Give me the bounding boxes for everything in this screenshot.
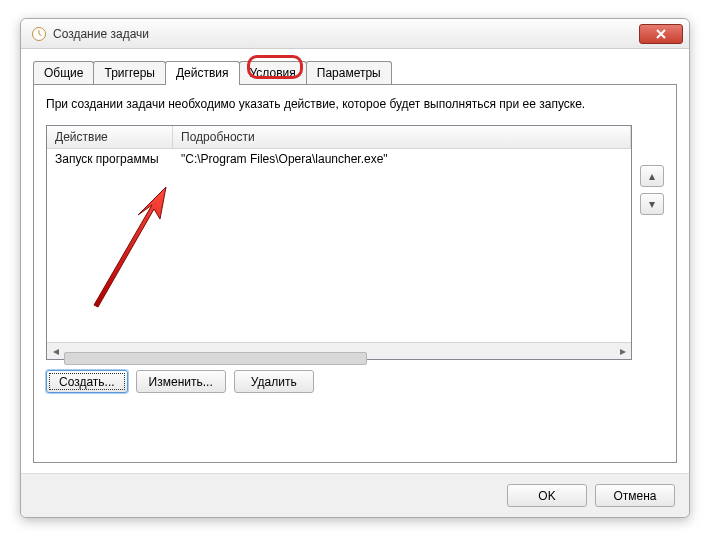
create-button[interactable]: Создать...: [46, 370, 128, 393]
actions-listview[interactable]: Действие Подробности Запуск программы "C…: [46, 125, 632, 360]
clock-icon: [31, 26, 47, 42]
cancel-button[interactable]: Отмена: [595, 484, 675, 507]
cell-action: Запуск программы: [47, 149, 173, 169]
listview-header: Действие Подробности: [47, 126, 631, 149]
listview-body: Запуск программы "C:\Program Files\Opera…: [47, 149, 631, 342]
move-down-button[interactable]: ▾: [640, 193, 664, 215]
horizontal-scrollbar[interactable]: ◂ ▸: [47, 342, 631, 359]
close-icon: [656, 29, 666, 39]
create-task-dialog: Создание задачи Общие Триггеры Действия …: [20, 18, 690, 518]
action-buttons-row: Создать... Изменить... Удалить: [46, 370, 664, 393]
reorder-buttons: ▴ ▾: [640, 125, 664, 360]
tabstrip: Общие Триггеры Действия Условия Параметр…: [21, 49, 689, 85]
triangle-up-icon: ▴: [649, 169, 655, 183]
scroll-thumb[interactable]: [64, 352, 367, 365]
tab-triggers[interactable]: Триггеры: [93, 61, 166, 85]
triangle-down-icon: ▾: [649, 197, 655, 211]
move-up-button[interactable]: ▴: [640, 165, 664, 187]
cell-details: "C:\Program Files\Opera\launcher.exe": [173, 149, 631, 169]
close-button[interactable]: [639, 24, 683, 44]
scroll-left-icon[interactable]: ◂: [47, 343, 64, 360]
column-details[interactable]: Подробности: [173, 126, 631, 148]
window-title: Создание задачи: [53, 27, 639, 41]
column-action[interactable]: Действие: [47, 126, 173, 148]
tab-general[interactable]: Общие: [33, 61, 94, 85]
delete-button[interactable]: Удалить: [234, 370, 314, 393]
titlebar: Создание задачи: [21, 19, 689, 49]
actions-panel: При создании задачи необходимо указать д…: [33, 84, 677, 463]
tab-conditions[interactable]: Условия: [239, 61, 307, 85]
tab-settings[interactable]: Параметры: [306, 61, 392, 85]
dialog-footer: OK Отмена: [21, 473, 689, 517]
ok-button[interactable]: OK: [507, 484, 587, 507]
table-row[interactable]: Запуск программы "C:\Program Files\Opera…: [47, 149, 631, 170]
tab-actions[interactable]: Действия: [165, 61, 240, 85]
edit-button[interactable]: Изменить...: [136, 370, 226, 393]
scroll-right-icon[interactable]: ▸: [614, 343, 631, 360]
panel-hint: При создании задачи необходимо указать д…: [46, 97, 664, 111]
